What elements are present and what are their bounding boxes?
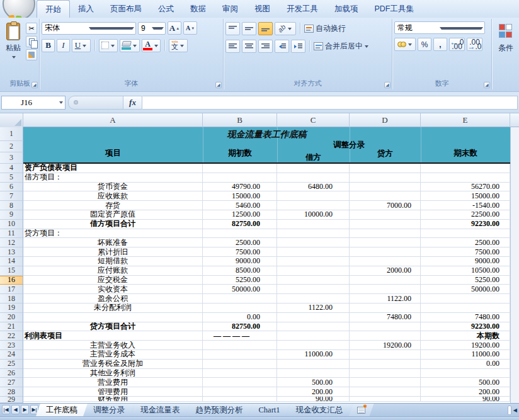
cell-E22[interactable]: 本期数: [421, 331, 510, 341]
tab-split-handle[interactable]: [508, 406, 511, 415]
cell-E24[interactable]: 11000.00: [421, 350, 510, 360]
column-header-B[interactable]: B: [203, 113, 277, 127]
ribbon-tab-插入[interactable]: 插入: [70, 0, 102, 18]
cell-D29[interactable]: [350, 397, 421, 402]
cell-D5[interactable]: [350, 173, 421, 183]
cell-B9[interactable]: 12500.00: [203, 210, 277, 220]
align-right-button[interactable]: [258, 40, 273, 53]
bold-button[interactable]: B: [42, 39, 55, 52]
cell-C15[interactable]: [277, 266, 350, 276]
row-header-18[interactable]: 18: [0, 294, 23, 304]
cell-E9[interactable]: 22500.00: [421, 210, 510, 220]
number-dialog-launcher[interactable]: ◢: [484, 82, 490, 88]
cell-E14[interactable]: 9000.00: [421, 257, 510, 266]
row-header-24[interactable]: 24: [0, 350, 23, 360]
row-header-9[interactable]: 9: [0, 210, 23, 220]
cell-C11[interactable]: [277, 229, 350, 239]
row-header-1[interactable]: 1: [0, 127, 23, 141]
cell-E16[interactable]: 5250.00: [421, 276, 510, 285]
cell-A8[interactable]: 存货: [23, 201, 203, 210]
cell-C7[interactable]: [277, 191, 350, 201]
cell-D9[interactable]: [350, 210, 421, 220]
row-header-20[interactable]: 20: [0, 313, 23, 322]
cell-A14[interactable]: 短期借款: [23, 257, 203, 266]
cell-A26[interactable]: 其他业务利润: [23, 369, 203, 378]
cell-A15[interactable]: 应付账款: [23, 266, 203, 276]
cell-C18[interactable]: [277, 294, 350, 304]
cell-E25[interactable]: 0.00: [421, 360, 510, 369]
font-color-button[interactable]: A: [142, 39, 161, 52]
cut-button[interactable]: ✂: [26, 23, 37, 34]
percent-style-button[interactable]: %: [418, 38, 431, 51]
wrap-text-button[interactable]: 自动换行: [304, 23, 346, 34]
sheet-nav-first-button[interactable]: |◀: [2, 405, 10, 414]
row-header-17[interactable]: 17: [0, 285, 23, 294]
cell-D14[interactable]: [350, 257, 421, 266]
cell-A10[interactable]: 借方项目合计: [23, 220, 203, 229]
ribbon-tab-加载项[interactable]: 加载项: [326, 0, 367, 18]
increase-decimal-button[interactable]: ←.0.00: [449, 38, 465, 51]
cell-D26[interactable]: [350, 369, 421, 378]
sheet-tab-工作底稿[interactable]: 工作底稿: [36, 404, 88, 416]
cell-B29[interactable]: [203, 397, 277, 402]
ribbon-tab-页面布局[interactable]: 页面布局: [102, 0, 150, 18]
row-header-4[interactable]: 4: [0, 164, 23, 173]
cell-C6[interactable]: 6480.00: [277, 183, 350, 192]
cell-B16[interactable]: 5250.00: [203, 276, 277, 285]
cell-B12[interactable]: 2500.00: [203, 238, 277, 247]
cell-D7[interactable]: [350, 191, 421, 201]
cell-C28[interactable]: 200.00: [277, 387, 350, 397]
cell-A13[interactable]: 累计折旧: [23, 247, 203, 257]
cell-A6[interactable]: 货币资金: [23, 183, 203, 192]
cell-C12[interactable]: [277, 238, 350, 247]
ribbon-tab-PDF工具集[interactable]: PDF工具集: [367, 0, 423, 18]
row-header-15[interactable]: 15: [0, 266, 23, 276]
underline-button[interactable]: U: [72, 39, 91, 52]
cell-B18[interactable]: [203, 294, 277, 304]
cell-E29[interactable]: 90.00: [421, 397, 510, 402]
cell-E27[interactable]: 500.00: [421, 378, 510, 387]
name-box[interactable]: J16: [1, 96, 66, 110]
sheet-tab-Chart1[interactable]: Chart1: [249, 404, 290, 416]
cell-B11[interactable]: [203, 229, 277, 239]
cell-C23[interactable]: [277, 341, 350, 350]
cell-E26[interactable]: [421, 369, 510, 378]
cell-D23[interactable]: 19200.00: [350, 341, 421, 350]
cell-E20[interactable]: 7480.00: [421, 313, 510, 322]
cell-E10[interactable]: 92230.00: [421, 220, 510, 229]
cell-A17[interactable]: 实收资本: [23, 285, 203, 294]
cell-A25[interactable]: 营业务税金及附加: [23, 360, 203, 369]
row-header-26[interactable]: 26: [0, 369, 23, 378]
cell-D13[interactable]: [350, 247, 421, 257]
comma-style-button[interactable]: ,: [433, 38, 447, 51]
row-header-23[interactable]: 23: [0, 341, 23, 350]
cell-A4[interactable]: 资产负债表项目: [23, 164, 203, 173]
alignment-dialog-launcher[interactable]: ◢: [384, 82, 391, 88]
cell-E12[interactable]: 2500.00: [421, 238, 510, 247]
cell-C13[interactable]: [277, 247, 350, 257]
cell-C19[interactable]: 1122.00: [277, 304, 350, 313]
cell-E4[interactable]: [421, 164, 510, 173]
row-header-19[interactable]: 19: [0, 304, 23, 313]
cell-A11[interactable]: 贷方项目：: [23, 229, 203, 239]
cell-D17[interactable]: [350, 285, 421, 294]
row-header-14[interactable]: 14: [0, 257, 23, 266]
row-header-6[interactable]: 6: [0, 183, 23, 192]
splitter-dot-icon[interactable]: [74, 100, 78, 105]
fill-color-button[interactable]: [120, 39, 140, 52]
align-middle-button[interactable]: [242, 22, 256, 35]
row-header-12[interactable]: 12: [0, 238, 23, 247]
cell-B15[interactable]: 8500.00: [203, 266, 277, 276]
decrease-decimal-button[interactable]: .00→.0: [467, 38, 482, 51]
row-header-16[interactable]: 16: [0, 276, 23, 285]
ribbon-tab-审阅[interactable]: 审阅: [214, 0, 246, 18]
cell-C27[interactable]: 500.00: [277, 378, 350, 387]
cell-C16[interactable]: [277, 276, 350, 285]
accounting-format-button[interactable]: [394, 38, 416, 51]
cell-A12[interactable]: 坏账准备: [23, 238, 203, 247]
cell-C29[interactable]: 90.00: [277, 397, 350, 402]
cell-E21[interactable]: 92230.00: [421, 322, 510, 332]
cell-B10[interactable]: 82750.00: [203, 220, 277, 229]
border-button[interactable]: [99, 39, 118, 52]
ribbon-tab-数据[interactable]: 数据: [182, 0, 214, 18]
